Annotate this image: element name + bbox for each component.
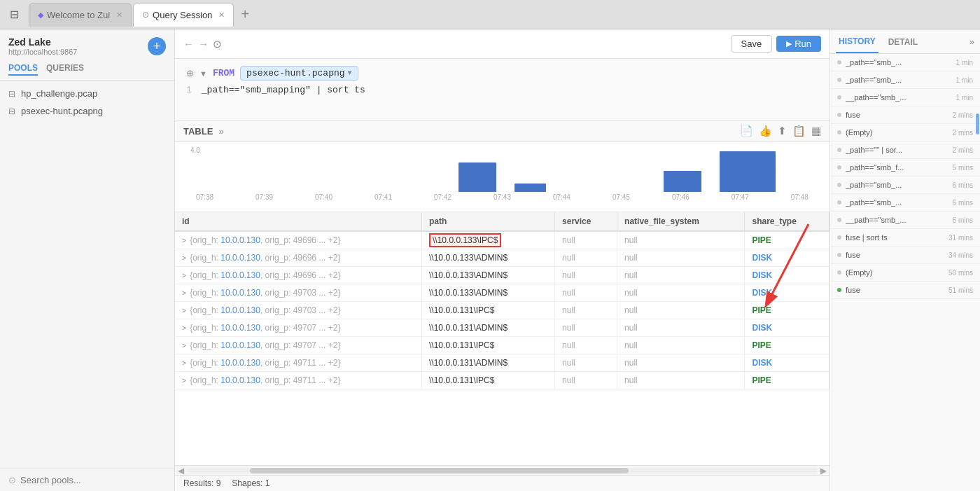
bar-5	[514, 184, 546, 192]
filter-icon: ⊕	[186, 68, 194, 78]
history-item[interactable]: fuse 34 mins	[830, 247, 980, 264]
history-list[interactable]: _path=="smb_... 1 min _path=="smb_... 1 …	[830, 54, 980, 491]
from-source-selector[interactable]: psexec-hunt.pcapng ▼	[240, 66, 358, 81]
row-expand-btn[interactable]: >	[182, 342, 186, 350]
path-cell: \\10.0.0.133\IPC$	[422, 231, 555, 249]
history-item[interactable]: _path=="smb_... 6 mins	[830, 194, 980, 212]
run-button[interactable]: ▶ Run	[776, 36, 821, 52]
clipboard-icon-btn[interactable]: 📋	[792, 125, 806, 137]
history-tab-detail[interactable]: DETAIL	[886, 30, 920, 53]
export-icon-btn[interactable]: 📄	[740, 125, 753, 137]
pool-icon-hp: ⊟	[8, 89, 15, 99]
history-item[interactable]: (Empty) 50 mins	[830, 264, 980, 282]
row-expand-btn[interactable]: >	[182, 307, 186, 314]
data-table-wrapper[interactable]: id path service native_file_system share…	[175, 212, 830, 465]
row-expand-btn[interactable]: >	[182, 237, 186, 244]
id-cell: > {orig_h: 10.0.0.130, orig_p: 49696 ...…	[175, 267, 422, 284]
query-tab-close[interactable]: ✕	[218, 11, 225, 20]
history-dot	[837, 235, 841, 240]
path-cell: \\10.0.0.131\ADMIN$	[422, 319, 555, 337]
service-cell: null	[555, 267, 617, 284]
history-item[interactable]: fuse 2 mins	[830, 106, 980, 124]
row-expand-btn[interactable]: >	[182, 377, 186, 385]
table-row: > {orig_h: 10.0.0.130, orig_p: 49703 ...…	[175, 302, 830, 319]
history-button[interactable]: ⊙	[213, 38, 222, 50]
history-item[interactable]: fuse | sort ts 31 mins	[830, 229, 980, 247]
data-table: id path service native_file_system share…	[175, 212, 830, 389]
row-expand-btn[interactable]: >	[182, 324, 186, 332]
time-label-3: 07:41	[374, 193, 392, 201]
back-button[interactable]: ←	[183, 38, 194, 50]
share-type-cell: PIPE	[745, 372, 830, 389]
path-cell: \\10.0.0.133\ADMIN$	[422, 284, 555, 302]
row-expand-btn[interactable]: >	[182, 272, 186, 279]
bar-9	[720, 151, 776, 192]
time-label-0: 07:38	[196, 193, 214, 201]
search-pools-input[interactable]	[20, 475, 166, 485]
share-type-cell: DISK	[745, 319, 830, 337]
history-item[interactable]: _path=="smb_... 6 mins	[830, 177, 980, 194]
service-cell: null	[555, 249, 617, 267]
table-row: > {orig_h: 10.0.0.130, orig_p: 49711 ...…	[175, 372, 830, 389]
history-query-text: fuse | sort ts	[846, 233, 944, 242]
grid-icon-btn[interactable]: ▦	[811, 125, 821, 137]
path-cell: \\10.0.0.131\IPC$	[422, 302, 555, 319]
scroll-left-btn[interactable]: ◀	[178, 466, 184, 476]
history-item[interactable]: _path=="smb_... 1 min	[830, 54, 980, 71]
sidebar-toggle-btn[interactable]: ⊟	[4, 8, 24, 21]
history-tab-history[interactable]: HISTORY	[836, 29, 878, 53]
history-time: 2 mins	[953, 111, 973, 119]
col-header-share-type: share_type	[745, 212, 830, 231]
sidebar-item-psexec-hunt[interactable]: ⊟ psexec-hunt.pcapng	[0, 102, 174, 120]
path-cell: \\10.0.0.133\ADMIN$	[422, 249, 555, 267]
sidebar-tab-queries[interactable]: QUERIES	[46, 63, 84, 76]
history-query-text: __path=="smb_...	[846, 216, 948, 224]
table-row: > {orig_h: 10.0.0.130, orig_p: 49696 ...…	[175, 267, 830, 284]
history-item[interactable]: _path=="smb_... 1 min	[830, 71, 980, 89]
id-cell: > {orig_h: 10.0.0.130, orig_p: 49703 ...…	[175, 302, 422, 319]
native-fs-cell: null	[617, 337, 745, 354]
row-expand-btn[interactable]: >	[182, 254, 186, 262]
history-dot	[837, 95, 841, 99]
table-row: > {orig_h: 10.0.0.130, orig_p: 49711 ...…	[175, 354, 830, 372]
sidebar-item-hp-challenge[interactable]: ⊟ hp_challenge.pcap	[0, 85, 174, 102]
history-dot	[837, 60, 841, 64]
history-item[interactable]: __path=="smb_... 1 min	[830, 89, 980, 106]
history-dot	[837, 113, 841, 117]
table-expand-button[interactable]: »	[218, 126, 223, 137]
history-time: 6 mins	[953, 181, 973, 189]
like-icon-btn[interactable]: 👍	[759, 125, 772, 137]
col-header-service: service	[555, 212, 617, 231]
history-scrollbar[interactable]	[976, 113, 979, 134]
id-cell: > {orig_h: 10.0.0.130, orig_p: 49696 ...…	[175, 249, 422, 267]
welcome-tab-close[interactable]: ✕	[116, 11, 122, 20]
path-cell: \\10.0.0.131\IPC$	[422, 372, 555, 389]
tab-query-session[interactable]: ⊙ Query Session ✕	[133, 3, 234, 27]
query-text[interactable]: _path=="smb_mapping" | sort ts	[202, 85, 365, 95]
shapes-count: Shapes: 1	[232, 478, 270, 488]
history-query-text: (Empty)	[846, 128, 948, 137]
row-expand-btn[interactable]: >	[182, 289, 186, 297]
bar-8	[664, 171, 701, 192]
add-pool-button[interactable]: +	[148, 37, 166, 55]
sidebar-tab-pools[interactable]: POOLS	[8, 63, 38, 76]
scroll-right-btn[interactable]: ▶	[820, 466, 827, 476]
merge-icon-btn[interactable]: ⬆	[778, 125, 787, 137]
history-item[interactable]: (Empty) 2 mins	[830, 124, 980, 141]
history-item[interactable]: fuse 51 mins	[830, 282, 980, 299]
welcome-tab-icon: ◆	[38, 11, 43, 20]
scrollbar-thumb-h[interactable]	[250, 468, 629, 473]
col-header-path: path	[422, 212, 555, 231]
history-dot	[837, 165, 841, 170]
forward-button[interactable]: →	[198, 38, 209, 50]
share-type-cell: PIPE	[745, 231, 830, 249]
time-label-10: 07:48	[791, 193, 808, 201]
history-item[interactable]: __path=="smb_... 6 mins	[830, 212, 980, 229]
row-expand-btn[interactable]: >	[182, 359, 186, 367]
history-expand-btn[interactable]: »	[969, 36, 974, 47]
history-item[interactable]: _path=="" | sor... 2 mins	[830, 141, 980, 159]
add-tab-button[interactable]: +	[235, 6, 255, 22]
history-item[interactable]: _path=="smb_f... 5 mins	[830, 159, 980, 177]
save-button[interactable]: Save	[731, 35, 773, 53]
tab-welcome[interactable]: ◆ Welcome to Zui ✕	[29, 3, 132, 27]
